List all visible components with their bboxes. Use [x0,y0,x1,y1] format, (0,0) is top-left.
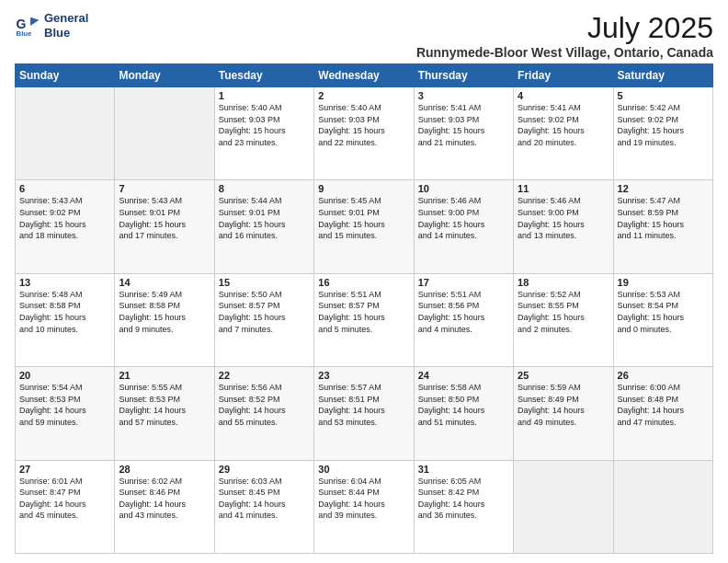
calendar-cell: 13Sunrise: 5:48 AM Sunset: 8:58 PM Dayli… [16,273,115,366]
calendar-cell: 3Sunrise: 5:41 AM Sunset: 9:03 PM Daylig… [414,87,513,180]
day-info: Sunrise: 5:57 AM Sunset: 8:51 PM Dayligh… [318,382,409,428]
calendar-cell: 28Sunrise: 6:02 AM Sunset: 8:46 PM Dayli… [115,460,214,553]
calendar-week-1: 1Sunrise: 5:40 AM Sunset: 9:03 PM Daylig… [16,87,713,180]
day-info: Sunrise: 5:58 AM Sunset: 8:50 PM Dayligh… [418,382,509,428]
day-info: Sunrise: 5:43 AM Sunset: 9:02 PM Dayligh… [19,195,110,241]
day-number: 14 [119,277,210,288]
day-number: 10 [418,183,509,194]
day-info: Sunrise: 5:56 AM Sunset: 8:52 PM Dayligh… [219,382,310,428]
calendar-cell: 8Sunrise: 5:44 AM Sunset: 9:01 PM Daylig… [214,180,313,273]
calendar-cell: 31Sunrise: 6:05 AM Sunset: 8:42 PM Dayli… [414,460,513,553]
day-info: Sunrise: 5:55 AM Sunset: 8:53 PM Dayligh… [119,382,210,428]
day-info: Sunrise: 5:50 AM Sunset: 8:57 PM Dayligh… [219,289,310,335]
day-number: 18 [518,277,609,288]
calendar-cell: 17Sunrise: 5:51 AM Sunset: 8:56 PM Dayli… [414,273,513,366]
calendar-cell: 15Sunrise: 5:50 AM Sunset: 8:57 PM Dayli… [214,273,313,366]
day-number: 7 [119,183,210,194]
calendar-cell: 24Sunrise: 5:58 AM Sunset: 8:50 PM Dayli… [414,367,513,460]
day-info: Sunrise: 5:40 AM Sunset: 9:03 PM Dayligh… [318,102,409,148]
calendar-cell: 5Sunrise: 5:42 AM Sunset: 9:02 PM Daylig… [613,87,712,180]
day-info: Sunrise: 5:49 AM Sunset: 8:58 PM Dayligh… [119,289,210,335]
logo-icon: G Blue [15,13,40,39]
calendar-cell: 26Sunrise: 6:00 AM Sunset: 8:48 PM Dayli… [613,367,712,460]
calendar-cell: 20Sunrise: 5:54 AM Sunset: 8:53 PM Dayli… [16,367,115,460]
day-number: 25 [518,370,609,381]
day-number: 19 [618,277,709,288]
calendar-header-sunday: Sunday [16,64,115,87]
day-number: 28 [119,464,210,475]
calendar-cell: 12Sunrise: 5:47 AM Sunset: 8:59 PM Dayli… [613,180,712,273]
day-number: 2 [318,90,409,101]
day-info: Sunrise: 5:41 AM Sunset: 9:02 PM Dayligh… [518,102,609,148]
calendar-cell: 10Sunrise: 5:46 AM Sunset: 9:00 PM Dayli… [414,180,513,273]
calendar-week-2: 6Sunrise: 5:43 AM Sunset: 9:02 PM Daylig… [16,180,713,273]
day-info: Sunrise: 5:47 AM Sunset: 8:59 PM Dayligh… [618,195,709,241]
day-number: 23 [318,370,409,381]
day-info: Sunrise: 6:02 AM Sunset: 8:46 PM Dayligh… [119,476,210,522]
day-number: 6 [19,183,110,194]
day-info: Sunrise: 6:03 AM Sunset: 8:45 PM Dayligh… [219,476,310,522]
day-number: 21 [119,370,210,381]
calendar-header-tuesday: Tuesday [214,64,313,87]
day-info: Sunrise: 5:46 AM Sunset: 9:00 PM Dayligh… [518,195,609,241]
calendar-header-saturday: Saturday [613,64,712,87]
logo-line1: General [44,11,88,26]
day-info: Sunrise: 5:45 AM Sunset: 9:01 PM Dayligh… [318,195,409,241]
day-info: Sunrise: 5:46 AM Sunset: 9:00 PM Dayligh… [418,195,509,241]
day-number: 15 [219,277,310,288]
calendar-cell: 16Sunrise: 5:51 AM Sunset: 8:57 PM Dayli… [314,273,414,366]
day-info: Sunrise: 6:05 AM Sunset: 8:42 PM Dayligh… [418,476,509,522]
day-number: 1 [219,90,310,101]
day-info: Sunrise: 5:40 AM Sunset: 9:03 PM Dayligh… [219,102,310,148]
calendar-cell: 18Sunrise: 5:52 AM Sunset: 8:55 PM Dayli… [514,273,613,366]
day-info: Sunrise: 5:53 AM Sunset: 8:54 PM Dayligh… [618,289,709,335]
calendar-header-wednesday: Wednesday [314,64,414,87]
day-number: 16 [318,277,409,288]
day-info: Sunrise: 5:59 AM Sunset: 8:49 PM Dayligh… [518,382,609,428]
day-number: 3 [418,90,509,101]
day-number: 27 [19,464,110,475]
day-info: Sunrise: 5:41 AM Sunset: 9:03 PM Dayligh… [418,102,509,148]
day-number: 8 [219,183,310,194]
calendar-cell: 11Sunrise: 5:46 AM Sunset: 9:00 PM Dayli… [514,180,613,273]
calendar-cell: 23Sunrise: 5:57 AM Sunset: 8:51 PM Dayli… [314,367,414,460]
month-title: July 2025 [416,11,713,45]
calendar-cell: 4Sunrise: 5:41 AM Sunset: 9:02 PM Daylig… [514,87,613,180]
day-info: Sunrise: 5:44 AM Sunset: 9:01 PM Dayligh… [219,195,310,241]
calendar-cell: 19Sunrise: 5:53 AM Sunset: 8:54 PM Dayli… [613,273,712,366]
calendar-week-3: 13Sunrise: 5:48 AM Sunset: 8:58 PM Dayli… [16,273,713,366]
calendar-header-friday: Friday [514,64,613,87]
day-info: Sunrise: 5:51 AM Sunset: 8:57 PM Dayligh… [318,289,409,335]
day-info: Sunrise: 6:01 AM Sunset: 8:47 PM Dayligh… [19,476,110,522]
calendar-cell: 1Sunrise: 5:40 AM Sunset: 9:03 PM Daylig… [214,87,313,180]
day-info: Sunrise: 5:42 AM Sunset: 9:02 PM Dayligh… [618,102,709,148]
calendar-cell: 30Sunrise: 6:04 AM Sunset: 8:44 PM Dayli… [314,460,414,553]
day-number: 5 [618,90,709,101]
day-number: 26 [618,370,709,381]
day-number: 4 [518,90,609,101]
day-number: 17 [418,277,509,288]
day-info: Sunrise: 5:48 AM Sunset: 8:58 PM Dayligh… [19,289,110,335]
calendar-cell [613,460,712,553]
calendar-week-5: 27Sunrise: 6:01 AM Sunset: 8:47 PM Dayli… [16,460,713,553]
day-number: 30 [318,464,409,475]
day-number: 13 [19,277,110,288]
day-info: Sunrise: 5:54 AM Sunset: 8:53 PM Dayligh… [19,382,110,428]
day-number: 24 [418,370,509,381]
day-number: 9 [318,183,409,194]
calendar-cell: 9Sunrise: 5:45 AM Sunset: 9:01 PM Daylig… [314,180,414,273]
logo-line2: Blue [44,26,88,40]
day-info: Sunrise: 6:04 AM Sunset: 8:44 PM Dayligh… [318,476,409,522]
calendar-header-thursday: Thursday [414,64,513,87]
calendar-body: 1Sunrise: 5:40 AM Sunset: 9:03 PM Daylig… [16,87,713,554]
header: G Blue General Blue July 2025 Runnymede-… [15,11,713,60]
day-number: 20 [19,370,110,381]
day-number: 29 [219,464,310,475]
calendar-cell: 6Sunrise: 5:43 AM Sunset: 9:02 PM Daylig… [16,180,115,273]
calendar-cell: 14Sunrise: 5:49 AM Sunset: 8:58 PM Dayli… [115,273,214,366]
calendar-cell: 7Sunrise: 5:43 AM Sunset: 9:01 PM Daylig… [115,180,214,273]
day-number: 31 [418,464,509,475]
day-info: Sunrise: 5:51 AM Sunset: 8:56 PM Dayligh… [418,289,509,335]
title-block: July 2025 Runnymede-Bloor West Village, … [416,11,713,60]
calendar-cell: 27Sunrise: 6:01 AM Sunset: 8:47 PM Dayli… [16,460,115,553]
